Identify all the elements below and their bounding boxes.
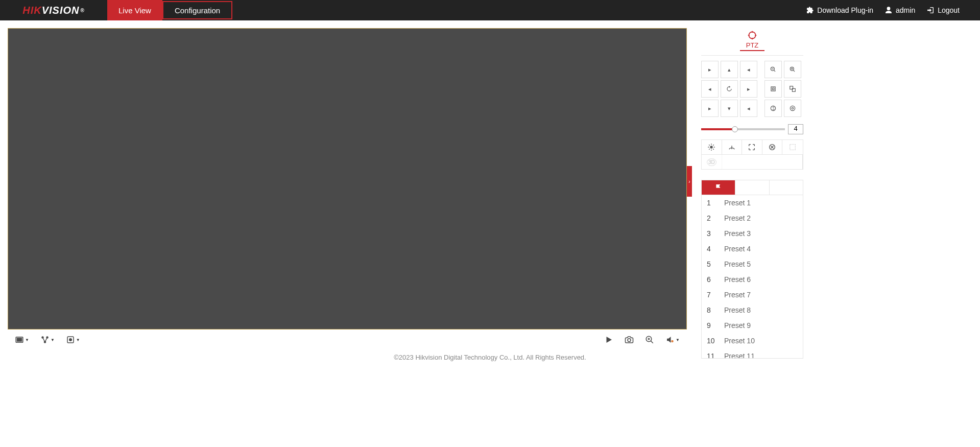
iris-close-button[interactable] bbox=[764, 100, 782, 117]
3d-icon: 3D bbox=[707, 158, 716, 166]
play-stop-button[interactable] bbox=[604, 335, 613, 344]
arrow-left-icon: ◂ bbox=[708, 86, 711, 92]
ptz-function-row-2: 3D bbox=[701, 155, 803, 170]
ptz-tab[interactable]: PTZ bbox=[701, 28, 803, 52]
window-split-button[interactable]: ▼ bbox=[15, 335, 29, 344]
arrow-down-left-icon: ▸ bbox=[708, 105, 711, 112]
digital-zoom-button[interactable] bbox=[645, 335, 654, 344]
arrow-right-icon: ▸ bbox=[747, 86, 750, 92]
lens-init-button[interactable] bbox=[762, 140, 783, 154]
ptz-up-left-button[interactable]: ▸ bbox=[701, 61, 719, 78]
preset-tabs bbox=[701, 180, 803, 195]
wiper-button[interactable] bbox=[722, 140, 743, 154]
brand-logo: HIKVISION® bbox=[0, 5, 107, 16]
ptz-panel: PTZ ▸ ▴ ◂ ◂ ▸ ▸ ▾ ◂ bbox=[701, 28, 803, 170]
ptz-title: PTZ bbox=[746, 41, 759, 49]
focus-near-button[interactable] bbox=[764, 80, 782, 98]
wiper-icon bbox=[728, 143, 736, 151]
preset-list[interactable]: 1Preset 12Preset 23Preset 34Preset 45Pre… bbox=[701, 195, 803, 359]
brand-part2: VISION bbox=[42, 5, 80, 16]
video-column: ▼ ▼ ▼ bbox=[8, 28, 687, 351]
ptz-up-right-button[interactable]: ◂ bbox=[740, 61, 757, 78]
svg-point-6 bbox=[69, 338, 72, 341]
ptz-right-button[interactable]: ▸ bbox=[740, 80, 757, 98]
focus-far-button[interactable] bbox=[784, 80, 801, 98]
aux-focus-button[interactable] bbox=[742, 140, 762, 154]
slider-thumb[interactable] bbox=[732, 126, 738, 132]
preset-item[interactable]: 3Preset 3 bbox=[702, 226, 803, 241]
preset-item[interactable]: 2Preset 2 bbox=[702, 210, 803, 226]
snapshot-button[interactable] bbox=[625, 335, 634, 344]
slider-track[interactable] bbox=[701, 128, 785, 130]
tab-live-view[interactable]: Live View bbox=[107, 0, 162, 20]
preset-label: Preset 5 bbox=[724, 260, 751, 268]
ptz-auto-button[interactable] bbox=[721, 80, 738, 98]
window-split-icon bbox=[15, 335, 24, 344]
download-plugin-link[interactable]: Download Plug-in bbox=[806, 6, 873, 14]
lens-init-icon bbox=[768, 143, 776, 151]
caret-down-icon: ▼ bbox=[51, 338, 55, 342]
puzzle-icon bbox=[806, 6, 814, 14]
preset-label: Preset 9 bbox=[724, 321, 751, 330]
refresh-icon bbox=[726, 85, 733, 92]
preset-item[interactable]: 6Preset 6 bbox=[702, 272, 803, 287]
video-viewport[interactable] bbox=[8, 28, 687, 330]
iris-open-button[interactable] bbox=[784, 100, 801, 117]
preset-number: 8 bbox=[707, 306, 716, 314]
zoom-in-button[interactable] bbox=[784, 61, 801, 78]
zoom-in-icon bbox=[789, 66, 796, 73]
plugin-type-button[interactable]: ▼ bbox=[66, 335, 80, 344]
ptz-left-button[interactable]: ◂ bbox=[701, 80, 719, 98]
panel-collapse-handle[interactable]: › bbox=[687, 166, 692, 197]
preset-tab-pattern[interactable] bbox=[770, 180, 803, 195]
svg-point-17 bbox=[771, 106, 775, 110]
user-label: admin bbox=[896, 6, 915, 14]
preset-item[interactable]: 10Preset 10 bbox=[702, 333, 803, 348]
preset-label: Preset 11 bbox=[724, 352, 755, 359]
light-button[interactable] bbox=[702, 140, 722, 154]
preset-label: Preset 7 bbox=[724, 291, 751, 299]
manual-track-button[interactable] bbox=[782, 140, 803, 154]
user-link[interactable]: admin bbox=[885, 6, 915, 14]
ptz-speed-slider[interactable]: 4 bbox=[701, 124, 803, 134]
preset-number: 11 bbox=[707, 352, 716, 359]
preset-label: Preset 8 bbox=[724, 306, 751, 314]
ptz-up-button[interactable]: ▴ bbox=[721, 61, 738, 78]
light-icon bbox=[707, 143, 715, 151]
logout-link[interactable]: Logout bbox=[926, 6, 960, 14]
audio-button[interactable]: ▼ bbox=[665, 335, 680, 344]
speaker-icon bbox=[665, 335, 675, 344]
preset-item[interactable]: 5Preset 5 bbox=[702, 256, 803, 272]
plugin-icon bbox=[66, 335, 75, 344]
ptz-down-button[interactable]: ▾ bbox=[721, 100, 738, 117]
logout-label: Logout bbox=[938, 6, 960, 14]
flag-icon bbox=[714, 183, 723, 192]
preset-item[interactable]: 8Preset 8 bbox=[702, 302, 803, 318]
preset-item[interactable]: 1Preset 1 bbox=[702, 195, 803, 210]
preset-tab-presets[interactable] bbox=[702, 180, 735, 195]
preset-tab-patrol[interactable] bbox=[735, 180, 769, 195]
stream-type-button[interactable]: ▼ bbox=[40, 335, 55, 344]
preset-item[interactable]: 11Preset 11 bbox=[702, 348, 803, 359]
svg-point-10 bbox=[749, 32, 755, 38]
3d-position-button[interactable]: 3D bbox=[702, 155, 722, 169]
preset-label: Preset 2 bbox=[724, 214, 751, 222]
preset-item[interactable]: 7Preset 7 bbox=[702, 287, 803, 302]
user-icon bbox=[885, 6, 893, 14]
ptz-down-left-button[interactable]: ▸ bbox=[701, 100, 719, 117]
stream-icon bbox=[40, 335, 50, 344]
svg-point-18 bbox=[790, 106, 795, 110]
ptz-fn-empty bbox=[722, 155, 803, 169]
tab-configuration[interactable]: Configuration bbox=[162, 1, 232, 19]
preset-item[interactable]: 9Preset 9 bbox=[702, 318, 803, 333]
arrow-up-right-icon: ◂ bbox=[747, 66, 750, 73]
ptz-down-right-button[interactable]: ◂ bbox=[740, 100, 757, 117]
preset-number: 3 bbox=[707, 229, 716, 238]
preset-item[interactable]: 4Preset 4 bbox=[702, 241, 803, 256]
arrow-down-right-icon: ◂ bbox=[747, 105, 750, 112]
preset-label: Preset 6 bbox=[724, 275, 751, 284]
footer-copyright: ©2023 Hikvision Digital Technology Co., … bbox=[0, 351, 980, 363]
zoom-out-button[interactable] bbox=[764, 61, 782, 78]
camera-icon bbox=[625, 335, 634, 344]
preset-number: 6 bbox=[707, 275, 716, 284]
